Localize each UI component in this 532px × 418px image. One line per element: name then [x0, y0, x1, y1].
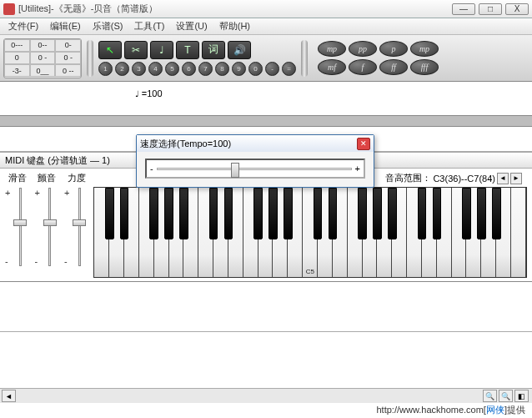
- glide-plus[interactable]: +: [5, 188, 10, 198]
- menu-tools[interactable]: 工具(T): [129, 18, 169, 34]
- minimize-button[interactable]: —: [452, 3, 475, 15]
- num-button-7[interactable]: 7: [198, 62, 213, 76]
- trill-thumb[interactable]: [43, 219, 57, 226]
- glide-thumb[interactable]: [13, 219, 27, 226]
- black-key[interactable]: [149, 188, 158, 239]
- velocity-label: 力度: [68, 172, 86, 184]
- dur-cell[interactable]: 0 -: [30, 52, 56, 64]
- num-button-0[interactable]: 0: [248, 62, 263, 76]
- menu-bar: 文件(F) 编辑(E) 乐谱(S) 工具(T) 设置(U) 帮助(H): [0, 18, 532, 35]
- black-key[interactable]: [418, 188, 427, 239]
- black-key[interactable]: [477, 188, 486, 239]
- black-key[interactable]: [492, 188, 501, 239]
- dur-cell[interactable]: -3-: [4, 64, 30, 77]
- dynamic-p[interactable]: p: [379, 41, 408, 57]
- velocity-minus[interactable]: -: [64, 256, 69, 266]
- piano-keyboard: C5: [93, 187, 527, 278]
- metronome-tool[interactable]: ♩: [150, 41, 173, 59]
- black-key[interactable]: [388, 188, 397, 239]
- dur-cell[interactable]: 0 --: [55, 64, 81, 77]
- tempo-slider[interactable]: [157, 168, 352, 170]
- credit-text: http://www.hackhome.com[网侠]提供: [376, 404, 525, 416]
- black-key[interactable]: [314, 188, 323, 239]
- black-key[interactable]: [284, 188, 293, 239]
- velocity-slider[interactable]: [70, 188, 88, 266]
- dur-cell[interactable]: 0: [4, 52, 30, 64]
- black-key[interactable]: [224, 188, 233, 239]
- num-button-3[interactable]: 3: [132, 62, 146, 76]
- dynamic-f[interactable]: f: [349, 59, 377, 75]
- dur-cell[interactable]: 0 -: [55, 52, 81, 64]
- black-key[interactable]: [329, 188, 338, 239]
- tempo-slider-container: - +: [145, 159, 365, 179]
- ruler[interactable]: [0, 115, 532, 127]
- num-button-1[interactable]: 1: [98, 62, 113, 76]
- range-left-button[interactable]: ◄: [497, 173, 509, 184]
- scroll-left-button[interactable]: ◄: [2, 390, 16, 402]
- window-title: [Utilites]-《无题》-贝音（简谱版）: [18, 3, 158, 15]
- velocity-thumb[interactable]: [73, 219, 86, 226]
- dur-cell[interactable]: 0--: [30, 39, 56, 52]
- sound-tool[interactable]: 🔊: [228, 41, 251, 59]
- num-button-8[interactable]: 8: [215, 62, 229, 76]
- dur-cell[interactable]: 0---: [4, 39, 30, 52]
- cut-tool[interactable]: ✂: [124, 41, 148, 59]
- black-key[interactable]: [179, 188, 188, 239]
- black-key[interactable]: [433, 188, 442, 239]
- black-key[interactable]: [120, 188, 129, 239]
- num-button-=[interactable]: =: [282, 62, 296, 76]
- range-right-button[interactable]: ►: [510, 173, 522, 184]
- close-button[interactable]: X: [505, 3, 529, 15]
- dynamic-ff[interactable]: ff: [379, 59, 408, 75]
- dynamic-pp[interactable]: pp: [349, 41, 377, 57]
- velocity-plus[interactable]: +: [64, 188, 69, 198]
- num-button-9[interactable]: 9: [232, 62, 246, 76]
- num-button-6[interactable]: 6: [182, 62, 196, 76]
- title-bar: [Utilites]-《无题》-贝音（简谱版） — □ X: [0, 0, 532, 18]
- menu-score[interactable]: 乐谱(S): [88, 18, 128, 34]
- menu-help[interactable]: 帮助(H): [214, 18, 255, 34]
- black-key[interactable]: [253, 188, 263, 239]
- dur-cell[interactable]: 0__: [30, 64, 56, 77]
- menu-edit[interactable]: 编辑(E): [45, 18, 86, 34]
- black-key[interactable]: [373, 188, 382, 239]
- dynamic-fff[interactable]: fff: [410, 59, 439, 75]
- black-key[interactable]: [358, 188, 367, 239]
- num-button-4[interactable]: 4: [148, 62, 163, 76]
- tempo-plus[interactable]: +: [355, 164, 360, 174]
- black-key[interactable]: [209, 188, 218, 239]
- num-button-5[interactable]: 5: [165, 62, 179, 76]
- black-key[interactable]: [462, 188, 471, 239]
- tempo-minus[interactable]: -: [150, 164, 153, 174]
- glide-slider[interactable]: [11, 188, 29, 266]
- num-button-2[interactable]: 2: [115, 62, 129, 76]
- lower-area[interactable]: [0, 282, 532, 332]
- glide-minus[interactable]: -: [5, 256, 10, 266]
- trill-plus[interactable]: +: [34, 188, 39, 198]
- range-label: 音高范围：: [385, 172, 431, 184]
- app-icon: [3, 3, 15, 15]
- tempo-dialog-close[interactable]: ✕: [357, 138, 370, 150]
- black-key[interactable]: [164, 188, 173, 239]
- dynamic-mf[interactable]: mf: [318, 59, 346, 75]
- text-tool[interactable]: T: [176, 41, 199, 59]
- trill-minus[interactable]: -: [34, 256, 39, 266]
- menu-file[interactable]: 文件(F): [3, 18, 43, 34]
- trill-slider[interactable]: [41, 188, 59, 266]
- status-bar: ◄ 🔍 🔍 ◧: [0, 388, 532, 403]
- pointer-tool[interactable]: ↖: [98, 41, 122, 59]
- view-button[interactable]: ◧: [514, 390, 529, 402]
- lyric-tool[interactable]: 词: [202, 41, 225, 59]
- maximize-button[interactable]: □: [479, 3, 502, 15]
- dur-cell[interactable]: 0-: [55, 39, 81, 52]
- center-c-label: C5: [306, 268, 314, 275]
- zoom-in-button[interactable]: 🔍: [499, 390, 513, 402]
- dynamic-mp[interactable]: mp: [410, 41, 439, 57]
- tempo-slider-thumb[interactable]: [231, 163, 239, 178]
- menu-settings[interactable]: 设置(U): [171, 18, 212, 34]
- black-key[interactable]: [105, 188, 114, 239]
- black-key[interactable]: [269, 188, 278, 239]
- zoom-out-button[interactable]: 🔍: [483, 390, 497, 402]
- num-button--[interactable]: -: [265, 62, 279, 76]
- dynamic-mp[interactable]: mp: [318, 41, 346, 57]
